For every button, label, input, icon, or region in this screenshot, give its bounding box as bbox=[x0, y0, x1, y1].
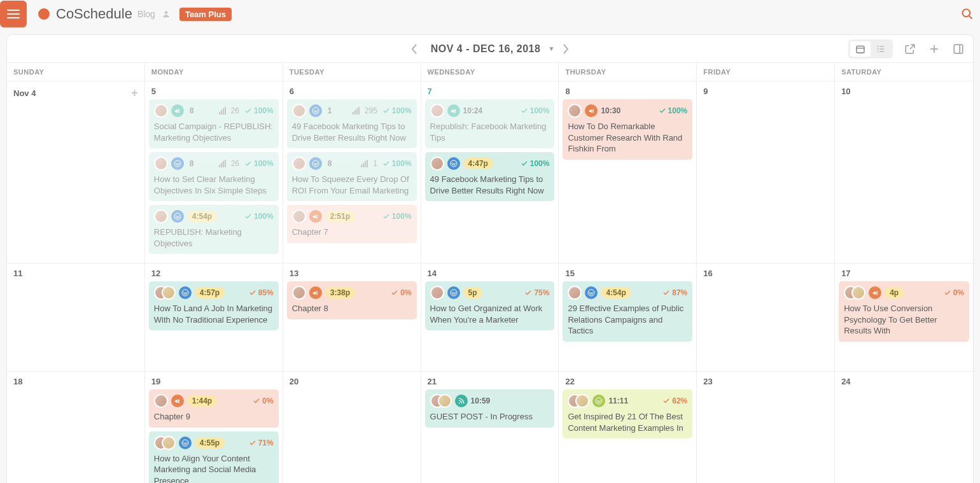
completion-pct: 100% bbox=[382, 106, 412, 115]
completion-pct: 100% bbox=[382, 159, 412, 168]
calendar-day[interactable]: 18 bbox=[7, 372, 145, 483]
completion-pct: 0% bbox=[253, 396, 273, 405]
time-label: 11:11 bbox=[608, 396, 628, 405]
calendar-card[interactable]: 4:47p100%49 Facebook Marketing Tips to D… bbox=[425, 152, 555, 201]
svg-point-1 bbox=[963, 10, 970, 17]
search-icon[interactable] bbox=[961, 8, 974, 20]
calendar-day[interactable]: 2110:59GUEST POST - In Progress bbox=[421, 372, 559, 483]
calendar-card[interactable]: 10:59GUEST POST - In Progress bbox=[425, 389, 555, 428]
svg-line-2 bbox=[969, 16, 972, 19]
sidebar-toggle-icon[interactable] bbox=[951, 42, 965, 56]
count-label: 8 bbox=[187, 159, 194, 168]
date-range-label[interactable]: NOV 4 - DEC 16, 2018 bbox=[426, 43, 546, 55]
calendar-card[interactable]: 5p75%How to Get Organized at Work When Y… bbox=[425, 281, 555, 330]
completion-pct: 71% bbox=[249, 438, 274, 447]
bars-value: 26 bbox=[231, 159, 239, 168]
calendar-card[interactable]: 4p0%How To Use Conversion Psychology To … bbox=[839, 281, 969, 342]
calendar-day[interactable]: 191:44p0%Chapter 94:55p71%How to Align Y… bbox=[145, 372, 283, 483]
calendar-card[interactable]: 1295100%49 Facebook Marketing Tips to Dr… bbox=[287, 99, 417, 148]
list-view-button[interactable] bbox=[871, 41, 891, 57]
calendar-day[interactable]: 20 bbox=[283, 372, 421, 483]
calendar-day[interactable]: 124:57p85%How To Land A Job In Marketing… bbox=[145, 263, 283, 371]
calendar-day[interactable]: 24 bbox=[835, 372, 973, 483]
calendar-day[interactable]: 810:30100%How To Do Remarkable Customer … bbox=[559, 81, 697, 263]
completion-pct: 100% bbox=[521, 106, 550, 115]
card-title: Chapter 9 bbox=[154, 411, 274, 423]
card-title: How To Do Remarkable Customer Research W… bbox=[568, 121, 687, 155]
calendar-day[interactable]: 11 bbox=[7, 263, 145, 371]
card-title: 49 Facebook Marketing Tips to Drive Bett… bbox=[292, 121, 412, 143]
card-title: How to Set Clear Marketing Objectives In… bbox=[154, 174, 274, 196]
main-menu-button[interactable] bbox=[0, 1, 27, 27]
svg-point-0 bbox=[165, 11, 168, 14]
blog-label[interactable]: Blog bbox=[137, 9, 155, 19]
share-icon[interactable] bbox=[903, 42, 917, 56]
add-item-plus-icon[interactable]: + bbox=[131, 87, 138, 100]
completion-pct: 100% bbox=[521, 159, 550, 168]
calendar-view-button[interactable] bbox=[850, 41, 871, 57]
calendar-card[interactable]: 4:57p85%How To Land A Job In Marketing W… bbox=[149, 281, 279, 330]
next-range-button[interactable] bbox=[554, 43, 577, 55]
calendar-card[interactable]: 81100%How To Squeeze Every Drop Of ROI F… bbox=[287, 152, 417, 201]
calendar-day[interactable]: Nov 4+ bbox=[7, 81, 145, 263]
calendar-card[interactable]: 2:51p100%Chapter 7 bbox=[287, 205, 417, 243]
calendar-day[interactable]: 61295100%49 Facebook Marketing Tips to D… bbox=[283, 81, 421, 263]
calendar-card[interactable]: 826100%Social Campaign - REPUBLISH: Mark… bbox=[149, 99, 279, 148]
completion-pct: 100% bbox=[659, 106, 688, 115]
calendar-tools bbox=[848, 39, 965, 59]
completion-pct: 100% bbox=[244, 212, 274, 221]
calendar-day[interactable]: 5826100%Social Campaign - REPUBLISH: Mar… bbox=[145, 81, 283, 263]
calendar-card[interactable]: 3:38p0%Chapter 8 bbox=[287, 281, 417, 319]
card-title: How To Squeeze Every Drop Of ROI From Yo… bbox=[292, 174, 412, 196]
prev-range-button[interactable] bbox=[403, 43, 426, 55]
wp-icon bbox=[592, 395, 605, 407]
calendar-card[interactable]: 4:54p87%29 Effective Examples of Public … bbox=[563, 281, 692, 342]
calendar-card[interactable]: 826100%How to Set Clear Marketing Object… bbox=[149, 152, 279, 201]
calendar-card[interactable]: 10:24100%Republish: Facebook Marketing T… bbox=[425, 99, 555, 148]
completion-pct: 100% bbox=[244, 106, 274, 115]
calendar-day[interactable]: 710:24100%Republish: Facebook Marketing … bbox=[421, 81, 559, 263]
add-button[interactable] bbox=[927, 42, 941, 56]
calendar-day[interactable]: 16 bbox=[697, 263, 835, 371]
calendar-day[interactable]: 174p0%How To Use Conversion Psychology T… bbox=[835, 263, 973, 371]
card-title: Chapter 8 bbox=[292, 303, 412, 314]
day-number: 21 bbox=[425, 377, 555, 389]
svg-rect-13 bbox=[954, 45, 963, 53]
day-of-week-header: SUNDAY MONDAY TUESDAY WEDNESDAY THURSDAY… bbox=[7, 63, 973, 81]
time-label: 10:24 bbox=[463, 106, 483, 115]
calendar-card[interactable]: 11:1162%Get Inspired By 21 Of The Best C… bbox=[563, 389, 692, 438]
mega-icon bbox=[171, 104, 184, 117]
calendar-day[interactable]: 23 bbox=[697, 372, 835, 483]
time-pill: 5p bbox=[463, 287, 482, 298]
calendar-day[interactable]: 145p75%How to Get Organized at Work When… bbox=[421, 263, 559, 371]
day-number: 20 bbox=[287, 377, 417, 389]
day-number: 7 bbox=[425, 87, 555, 99]
day-number: 9 bbox=[701, 87, 830, 99]
svg-point-5 bbox=[877, 46, 878, 47]
chevron-down-icon[interactable]: ▼ bbox=[548, 45, 554, 52]
calendar-week: Nov 4+5826100%Social Campaign - REPUBLIS… bbox=[7, 81, 973, 263]
wp-icon bbox=[309, 157, 322, 170]
completion-pct: 100% bbox=[382, 212, 412, 221]
person-icon bbox=[162, 10, 171, 18]
completion-pct: 100% bbox=[244, 159, 274, 168]
calendar-day[interactable]: 133:38p0%Chapter 8 bbox=[283, 263, 421, 371]
calendar-card[interactable]: 4:55p71%How to Align Your Content Market… bbox=[149, 431, 279, 483]
card-title: GUEST POST - In Progress bbox=[430, 411, 550, 423]
card-title: Get Inspired By 21 Of The Best Content M… bbox=[568, 411, 687, 433]
calendar-card[interactable]: 10:30100%How To Do Remarkable Customer R… bbox=[563, 99, 692, 160]
wp-icon bbox=[171, 210, 184, 223]
plan-badge[interactable]: Team Plus bbox=[179, 8, 232, 21]
day-number: 16 bbox=[701, 269, 830, 281]
calendar-day[interactable]: 9 bbox=[697, 81, 835, 263]
wp-icon bbox=[447, 157, 460, 170]
calendar-card[interactable]: 4:54p100%REPUBLISH: Marketing Objectives bbox=[149, 205, 279, 254]
card-title: 29 Effective Examples of Public Relation… bbox=[568, 303, 687, 337]
card-title: Chapter 7 bbox=[292, 227, 412, 238]
calendar-card[interactable]: 1:44p0%Chapter 9 bbox=[149, 389, 279, 428]
calendar-day[interactable]: 2211:1162%Get Inspired By 21 Of The Best… bbox=[559, 372, 697, 483]
calendar-day[interactable]: 10 bbox=[835, 81, 973, 263]
count-label: 8 bbox=[325, 159, 332, 168]
calendar-day[interactable]: 154:54p87%29 Effective Examples of Publi… bbox=[559, 263, 697, 371]
wp-icon bbox=[179, 286, 192, 299]
